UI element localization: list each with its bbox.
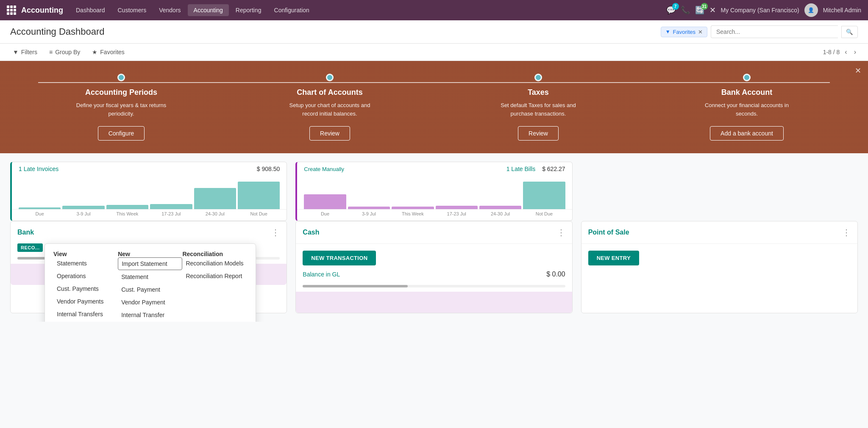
new-entry-button[interactable]: NEW ENTRY (588, 251, 639, 265)
app-logo[interactable]: Accounting (7, 6, 63, 15)
filters-label: Filters (21, 49, 37, 55)
search-bar: ▼ Favorites ✕ 🔍 (661, 25, 858, 38)
cash-card: Cash ⋮ NEW TRANSACTION Balance in GL $ 0… (295, 221, 572, 313)
create-manually-link[interactable]: Create Manually (304, 166, 344, 172)
nav-dashboard[interactable]: Dashboard (70, 4, 111, 16)
menu-internal-transfers[interactable]: Internal Transfers (53, 308, 118, 320)
bills-bar-24-30 (479, 206, 521, 209)
step-dot-4 (743, 74, 751, 81)
avatar[interactable]: 👤 (804, 3, 818, 17)
late-invoices-link[interactable]: 1 Late Invoices (19, 166, 58, 172)
bills-label-3-9: 3-9 Jul (348, 211, 390, 216)
menu-reconciliation-models[interactable]: Reconciliation Models (182, 257, 247, 269)
nav-reporting[interactable]: Reporting (230, 4, 267, 16)
page-header: Accounting Dashboard ▼ Favorites ✕ 🔍 (0, 20, 868, 44)
step-title-1: Accounting Periods (85, 88, 157, 97)
activity-badge: 31 (701, 3, 708, 10)
menu-cust-payments[interactable]: Cust. Payments (53, 283, 118, 295)
activity-icon-btn[interactable]: 🔄 31 (695, 6, 704, 15)
bar-not-due (238, 182, 280, 209)
search-button[interactable]: 🔍 (841, 26, 858, 38)
company-selector[interactable]: My Company (San Francisco) (721, 7, 799, 14)
step-title-3: Taxes (528, 88, 549, 97)
group-icon: ≡ (49, 49, 53, 55)
menu-import-statement[interactable]: Import Statement (118, 257, 182, 270)
new-transaction-button[interactable]: NEW TRANSACTION (303, 251, 376, 265)
late-bills-link[interactable]: 1 Late Bills (506, 166, 535, 172)
cash-card-title: Cash (303, 229, 319, 236)
filter-funnel-icon: ▼ (13, 49, 19, 55)
bills-label-not-due: Not Due (523, 211, 565, 216)
bills-summary-row: Create Manually 1 Late Bills $ 622.27 (297, 162, 572, 176)
group-by-label: Group By (55, 49, 80, 55)
bank-card-header: Bank ⋮ (11, 221, 287, 243)
menu-new-statement[interactable]: Statement (118, 271, 182, 283)
nav-configuration[interactable]: Configuration (268, 4, 315, 16)
nav-accounting[interactable]: Accounting (188, 4, 229, 16)
add-bank-account-button[interactable]: Add a bank account (710, 126, 784, 141)
group-by-button[interactable]: ≡ Group By (47, 47, 83, 57)
menu-operations[interactable]: Operations (53, 270, 118, 282)
view-column: View Statements Operations Cust. Payment… (53, 251, 118, 322)
invoices-summary-row: 1 Late Invoices $ 908.50 (12, 162, 287, 176)
nav-customers[interactable]: Customers (112, 4, 153, 16)
banner-step-bank-account: Bank Account Connect your financial acco… (643, 74, 851, 141)
view-col-header: View (53, 251, 118, 257)
next-page-button[interactable]: › (852, 47, 858, 57)
close-icon-btn[interactable]: ✕ (709, 6, 716, 15)
favorites-filter-tag[interactable]: ▼ Favorites ✕ (661, 27, 707, 37)
menu-vendor-payments[interactable]: Vendor Payments (53, 295, 118, 307)
banner-close-button[interactable]: ✕ (855, 66, 861, 75)
step-desc-3: Set default Taxes for sales and purchase… (492, 101, 585, 118)
setup-banner: ✕ Accounting Periods Define your fiscal … (0, 61, 868, 153)
filter-remove-icon[interactable]: ✕ (698, 29, 703, 35)
prev-page-button[interactable]: ‹ (843, 47, 849, 57)
bar-3-9 (62, 206, 104, 209)
third-card-placeholder (581, 162, 858, 221)
late-invoices-amount: $ 908.50 (257, 166, 280, 172)
pos-card-menu-icon[interactable]: ⋮ (842, 227, 851, 237)
search-input[interactable] (711, 25, 838, 38)
balance-in-gl-label: Balance in GL (303, 271, 340, 278)
menu-new-internal-transfer[interactable]: Internal Transfer (118, 309, 182, 321)
nav-vendors[interactable]: Vendors (153, 4, 186, 16)
step-dot-3 (534, 74, 542, 81)
menu-new-cust-payment[interactable]: Cust. Payment (118, 284, 182, 295)
step-dot-2 (326, 74, 334, 81)
cash-card-header: Cash ⋮ (296, 221, 572, 244)
menu-reconciliation-report[interactable]: Reconciliation Report (182, 270, 247, 282)
bills-card: Create Manually 1 Late Bills $ 622.27 Du… (295, 162, 572, 221)
bills-label-due: Due (304, 211, 346, 216)
bottom-cards: Bank ⋮ RECO... Online S... Create... Sta… (0, 221, 868, 322)
banner-step-accounting-periods: Accounting Periods Define your fiscal ye… (17, 74, 225, 141)
cash-card-menu-icon[interactable]: ⋮ (557, 227, 565, 237)
menu-new-vendor-payment[interactable]: Vendor Payment (118, 296, 182, 308)
pos-card-body: NEW ENTRY (581, 244, 857, 272)
banner-steps: Accounting Periods Define your fiscal ye… (17, 74, 851, 141)
user-name[interactable]: Mitchell Admin (823, 7, 861, 14)
pos-card-header: Point of Sale ⋮ (581, 221, 857, 244)
review-taxes-button[interactable]: Review (518, 126, 559, 141)
label-24-30: 24-30 Jul (194, 211, 236, 216)
bills-chart (297, 176, 572, 210)
new-column: New Import Statement Statement Cust. Pay… (118, 251, 182, 322)
step-dot-1 (117, 74, 125, 81)
chat-icon-btn[interactable]: 💬 7 (666, 6, 676, 15)
bar-17-23 (150, 204, 192, 209)
filters-button[interactable]: ▼ Filters (10, 47, 40, 57)
label-not-due: Not Due (238, 211, 280, 216)
bank-card-menu-icon[interactable]: ⋮ (271, 227, 280, 237)
banner-step-taxes: Taxes Set default Taxes for sales and pu… (434, 74, 643, 141)
configure-button[interactable]: Configure (98, 126, 145, 141)
bills-bar-this-week (392, 207, 434, 209)
favorites-button[interactable]: ★ Favorites (89, 47, 127, 57)
reconciliation-col-header: Reconciliation (182, 251, 247, 257)
review-chart-button[interactable]: Review (309, 126, 350, 141)
page-title: Accounting Dashboard (10, 26, 105, 37)
step-desc-4: Connect your financial accounts in secon… (700, 101, 793, 118)
menu-statements[interactable]: Statements (53, 257, 118, 269)
cash-scroll-thumb (303, 285, 408, 287)
phone-icon-btn[interactable]: 📞 (681, 6, 690, 15)
cash-scroll-track (303, 285, 565, 287)
pos-card: Point of Sale ⋮ NEW ENTRY (581, 221, 858, 313)
